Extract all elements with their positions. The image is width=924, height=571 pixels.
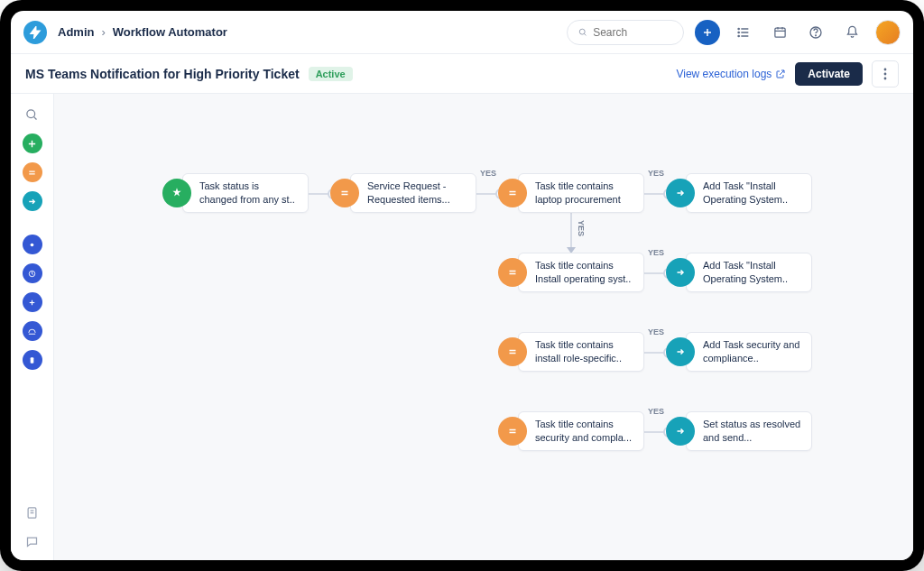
- svg-point-15: [816, 34, 817, 35]
- bell-icon[interactable]: [839, 20, 864, 45]
- node-label: Task title contains install role-specifi…: [535, 338, 634, 365]
- add-button[interactable]: [695, 20, 720, 45]
- search-input[interactable]: [593, 26, 672, 39]
- status-badge: Active: [309, 67, 353, 81]
- svg-point-25: [31, 243, 34, 246]
- svg-point-9: [738, 35, 739, 36]
- calendar-icon[interactable]: [767, 20, 792, 45]
- node-action-security[interactable]: Add Task security and compliance..: [666, 332, 812, 372]
- action-node-icon: [666, 258, 695, 287]
- more-menu-button[interactable]: [872, 60, 899, 87]
- condition-node-icon: [498, 258, 527, 287]
- condition-node-icon: [498, 337, 527, 366]
- sub-header: MS Teams Notification for High Priority …: [11, 54, 913, 94]
- svg-point-7: [738, 28, 739, 29]
- tool-rail: [11, 94, 54, 560]
- search-box[interactable]: [567, 20, 684, 45]
- help-icon[interactable]: [803, 20, 828, 45]
- svg-rect-10: [774, 28, 784, 37]
- action-tool-icon[interactable]: [23, 191, 42, 211]
- tool-icon-2[interactable]: [23, 263, 42, 283]
- list-icon[interactable]: [731, 20, 756, 45]
- node-label: Add Task "Install Operating System..: [703, 180, 802, 207]
- svg-line-1: [584, 33, 586, 35]
- svg-line-20: [33, 116, 36, 119]
- doc-icon[interactable]: [23, 502, 42, 522]
- svg-point-18: [884, 77, 887, 79]
- node-trigger[interactable]: Task status is changed from any st..: [162, 173, 309, 213]
- yes-label: YES: [577, 220, 586, 236]
- external-link-icon: [775, 69, 786, 79]
- trigger-node-icon: [162, 179, 191, 207]
- node-label: Task title contains security and compla.…: [535, 418, 634, 445]
- node-label: Service Request - Requested items...: [367, 180, 467, 207]
- app-logo[interactable]: [23, 21, 47, 44]
- node-condition-service-request[interactable]: Service Request - Requested items...: [330, 173, 476, 213]
- yes-label: YES: [480, 169, 496, 178]
- tool-icon-5[interactable]: [23, 350, 42, 370]
- node-label: Set status as resolved and send...: [703, 418, 802, 445]
- node-condition-role-specific[interactable]: Task title contains install role-specifi…: [498, 332, 644, 372]
- breadcrumb-current[interactable]: Workflow Automator: [113, 25, 227, 39]
- chat-icon[interactable]: [23, 531, 42, 551]
- breadcrumb-root[interactable]: Admin: [58, 25, 94, 39]
- chevron-right-icon: ›: [101, 25, 105, 39]
- action-node-icon: [666, 417, 695, 446]
- page-title: MS Teams Notification for High Priority …: [25, 67, 300, 81]
- condition-node-icon: [498, 417, 527, 446]
- node-condition-security[interactable]: Task title contains security and compla.…: [498, 411, 644, 451]
- trigger-tool-icon[interactable]: [23, 134, 42, 153]
- activate-button[interactable]: Activate: [795, 62, 863, 86]
- svg-point-17: [884, 72, 887, 75]
- condition-node-icon: [330, 179, 359, 207]
- action-node-icon: [666, 337, 695, 366]
- svg-point-8: [738, 32, 739, 32]
- node-condition-install-os[interactable]: Task title contains Install operating sy…: [498, 253, 644, 292]
- avatar[interactable]: [875, 20, 901, 45]
- yes-label: YES: [648, 407, 664, 416]
- node-label: Add Task "Install Operating System..: [703, 259, 802, 286]
- node-condition-laptop[interactable]: Task title contains laptop procurement: [498, 173, 644, 213]
- svg-point-0: [579, 29, 585, 34]
- yes-label: YES: [648, 169, 664, 178]
- node-action-install-os-1[interactable]: Add Task "Install Operating System..: [666, 173, 812, 213]
- tool-icon-4[interactable]: [23, 321, 42, 341]
- svg-point-16: [884, 68, 887, 70]
- view-logs-link[interactable]: View execution logs: [676, 68, 786, 80]
- connector: [570, 213, 572, 249]
- top-bar: Admin › Workflow Automator: [11, 11, 913, 54]
- svg-point-19: [27, 109, 35, 117]
- node-label: Add Task security and compliance..: [703, 338, 802, 365]
- yes-label: YES: [648, 327, 664, 336]
- svg-rect-30: [31, 357, 34, 363]
- node-label: Task title contains laptop procurement: [535, 180, 634, 207]
- tool-icon-3[interactable]: [23, 292, 42, 312]
- view-logs-label: View execution logs: [676, 68, 772, 80]
- action-node-icon: [666, 179, 695, 207]
- search-tool-icon[interactable]: [23, 105, 42, 124]
- search-icon: [578, 27, 587, 38]
- workflow-canvas[interactable]: YES YES YES YES YES YES: [54, 94, 913, 560]
- node-action-install-os-2[interactable]: Add Task "Install Operating System..: [666, 253, 812, 292]
- condition-node-icon: [498, 179, 527, 207]
- breadcrumb: Admin › Workflow Automator: [58, 25, 227, 39]
- node-label: Task status is changed from any st..: [199, 180, 299, 207]
- yes-label: YES: [648, 248, 664, 257]
- tool-icon-1[interactable]: [23, 235, 42, 254]
- node-action-resolve[interactable]: Set status as resolved and send...: [666, 411, 812, 451]
- condition-tool-icon[interactable]: [23, 162, 42, 182]
- node-label: Task title contains Install operating sy…: [535, 259, 634, 286]
